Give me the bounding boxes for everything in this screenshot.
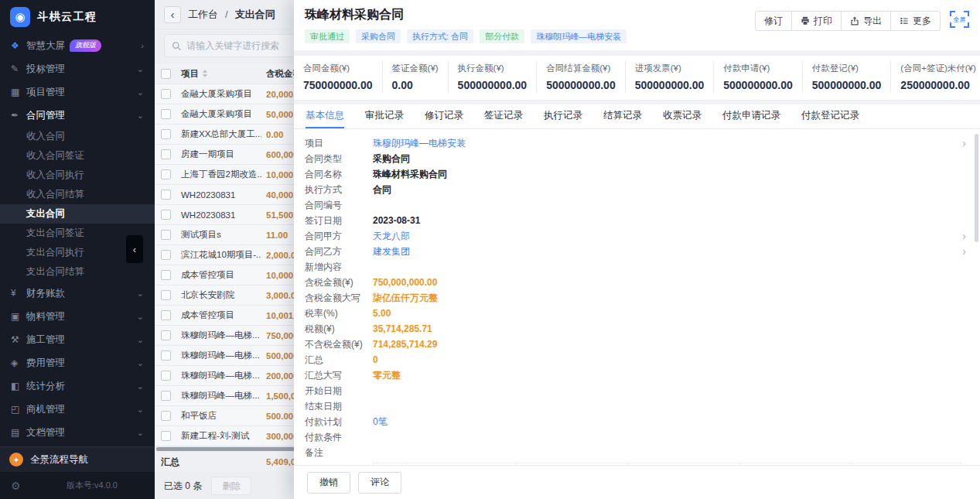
- summary-card-label: 合同结算金额(¥): [546, 63, 616, 74]
- row-checkbox[interactable]: [161, 250, 171, 260]
- row-checkbox[interactable]: [161, 89, 171, 99]
- column-header-project[interactable]: 项目: [181, 68, 261, 80]
- field-row: 含税金额(¥) 750,000,000.00 ›: [305, 275, 969, 290]
- sidebar-item[interactable]: ▤ 文档管理 ⌄: [0, 421, 155, 444]
- field-value[interactable]: 珠穆朗玛峰—电梯安装: [373, 137, 466, 150]
- row-project-name: 新建工程-刘-测试: [181, 430, 261, 442]
- field-value[interactable]: 建发集团: [373, 245, 410, 258]
- row-checkbox[interactable]: [161, 169, 171, 179]
- sidebar-item[interactable]: ¥ 财务账款 ⌄: [0, 282, 155, 305]
- sidebar-item[interactable]: ⚒ 施工管理 ⌄: [0, 328, 155, 351]
- select-all-checkbox[interactable]: [161, 69, 171, 79]
- selected-count: 已选 0 条: [164, 480, 202, 493]
- row-checkbox[interactable]: [161, 290, 171, 300]
- row-checkbox[interactable]: [161, 149, 171, 159]
- vertical-scrollbar[interactable]: [975, 134, 978, 242]
- summary-card-value: 500000000.00: [723, 79, 793, 91]
- sidebar-item[interactable]: 支出合同: [0, 204, 155, 224]
- menu-icon: ▤: [11, 427, 26, 438]
- print-button[interactable]: 打印: [791, 11, 842, 31]
- row-project-name: 测试项目s: [181, 229, 261, 241]
- sidebar-item-label: 智慧大屏: [26, 39, 65, 53]
- field-row: 开始日期 ›: [305, 383, 969, 398]
- row-checkbox[interactable]: [161, 210, 171, 220]
- tab[interactable]: 基本信息: [306, 104, 344, 128]
- sidebar-item-label: 投标管理: [26, 63, 65, 76]
- row-checkbox[interactable]: [161, 109, 171, 119]
- row-project-name: WH20230831: [181, 210, 261, 220]
- field-row: 执行方式 合同 ›: [305, 182, 969, 197]
- row-checkbox[interactable]: [161, 391, 171, 401]
- field-label: 合同类型: [305, 152, 373, 166]
- sidebar-item[interactable]: 支出合同结算: [0, 262, 155, 282]
- sidebar-item[interactable]: ◈ 费用管理 ⌄: [0, 351, 155, 374]
- row-checkbox[interactable]: [161, 310, 171, 320]
- field-label: 备注: [305, 446, 373, 460]
- chevron-icon: ›: [141, 41, 144, 50]
- sidebar-item[interactable]: ▣ 物料管理 ⌄: [0, 305, 155, 328]
- sidebar-item[interactable]: ❖ 智慧大屏 旗舰版 ›: [0, 34, 155, 57]
- tab[interactable]: 付款登记记录: [801, 104, 859, 128]
- row-checkbox[interactable]: [161, 330, 171, 340]
- sidebar-item[interactable]: ✎ 投标管理 ⌄: [0, 57, 155, 80]
- sidebar-item[interactable]: 收入合同执行: [0, 166, 155, 185]
- row-checkbox[interactable]: [161, 411, 171, 421]
- premium-badge: 旗舰版: [70, 39, 101, 52]
- sidebar-item[interactable]: 收入合同: [0, 127, 155, 146]
- tab[interactable]: 签证记录: [484, 104, 523, 128]
- menu-icon: ¥: [11, 288, 26, 299]
- row-checkbox[interactable]: [161, 129, 171, 139]
- fullscreen-button[interactable]: 全屏: [950, 11, 969, 28]
- breadcrumb-current: 支出合同: [235, 8, 275, 22]
- field-label: 结束日期: [305, 400, 373, 413]
- tab[interactable]: 收票记录: [663, 104, 702, 128]
- tab[interactable]: 审批记录: [365, 104, 404, 128]
- tab[interactable]: 付款申请记录: [722, 104, 780, 128]
- undo-button[interactable]: 撤销: [307, 472, 350, 494]
- tab[interactable]: 结算记录: [603, 104, 642, 128]
- sidebar-item[interactable]: ▦ 项目管理 ⌄: [0, 80, 155, 104]
- field-row: 合同乙方 建发集团 ›: [305, 244, 969, 259]
- field-label: 汇总大写: [305, 369, 373, 382]
- tab[interactable]: 执行记录: [544, 104, 582, 128]
- summary-card-label: 付款登记(¥): [812, 63, 882, 74]
- breadcrumb-section[interactable]: 工作台: [188, 8, 218, 22]
- sidebar-item-label: 文档管理: [26, 426, 65, 439]
- sort-icon[interactable]: [203, 70, 207, 77]
- back-button[interactable]: ‹: [164, 6, 181, 23]
- sidebar-item[interactable]: 收入合同结算: [0, 185, 155, 204]
- field-row: 汇总大写 零元整 ›: [305, 367, 969, 383]
- field-value[interactable]: 0笔: [373, 415, 388, 429]
- row-checkbox[interactable]: [161, 350, 171, 361]
- sidebar-item[interactable]: ◧ 统计分析 ⌄: [0, 374, 155, 398]
- comment-button[interactable]: 评论: [358, 472, 401, 494]
- field-row: 备注 ›: [305, 445, 969, 460]
- field-row: 不含税金额(¥) 714,285,714.29 ›: [305, 337, 969, 352]
- sidebar-item-panorama-nav[interactable]: ✦ 全景流程导航: [0, 446, 155, 472]
- sidebar-item-label: 费用管理: [26, 357, 65, 370]
- sidebar-item[interactable]: ◰ 商机管理 ⌄: [0, 398, 155, 421]
- sidebar-item[interactable]: ✒ 合同管理 ⌄: [0, 104, 155, 127]
- field-row: 合同类型 采购合同 ›: [305, 151, 969, 166]
- row-checkbox[interactable]: [161, 431, 171, 441]
- delete-button[interactable]: 删除: [211, 477, 251, 495]
- app-logo-icon: ◉: [10, 7, 30, 27]
- field-row: 税额(¥) 35,714,285.71 ›: [305, 321, 969, 337]
- field-value[interactable]: 天龙八部: [373, 230, 410, 243]
- sidebar-item[interactable]: 收入合同签证: [0, 146, 155, 166]
- list-icon: [900, 16, 909, 26]
- row-checkbox[interactable]: [161, 230, 171, 240]
- more-button[interactable]: 更多: [890, 11, 941, 31]
- gear-icon[interactable]: ⚙: [11, 480, 21, 492]
- row-checkbox[interactable]: [161, 371, 171, 381]
- field-row: 签订日期 2023-08-31 ›: [305, 213, 969, 228]
- revise-button[interactable]: 修订: [755, 11, 792, 31]
- chevron-icon: ⌄: [137, 335, 144, 345]
- row-checkbox[interactable]: [161, 270, 171, 280]
- row-checkbox[interactable]: [161, 190, 171, 200]
- sidebar-collapse-handle[interactable]: ‹: [126, 235, 143, 263]
- menu-icon: ✎: [11, 63, 26, 74]
- tab[interactable]: 修订记录: [425, 104, 463, 128]
- summary-card-value: 500000000.00: [812, 79, 882, 91]
- export-button[interactable]: 导出: [841, 11, 891, 31]
